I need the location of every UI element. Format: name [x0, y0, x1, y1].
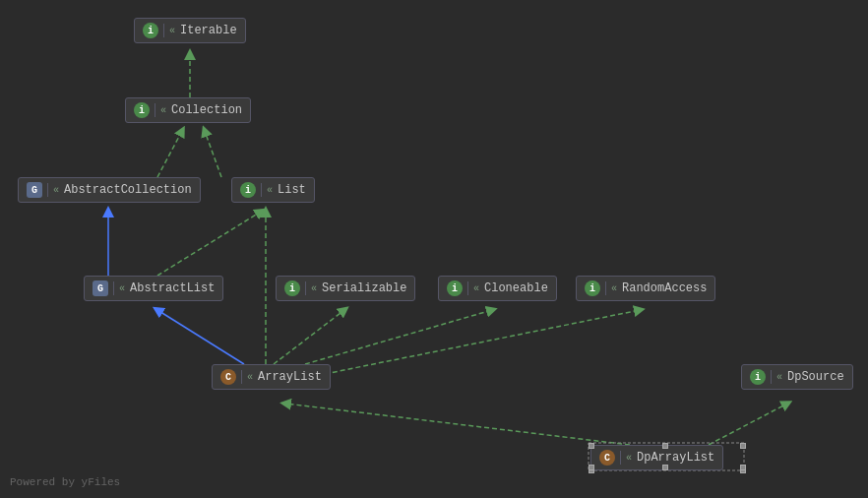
label-collection: Collection: [171, 103, 242, 117]
icon-array-list: C: [220, 369, 236, 385]
sep: [467, 281, 468, 295]
handle-tl: [589, 443, 594, 449]
sep: [155, 103, 155, 117]
svg-line-11: [285, 404, 630, 445]
label-abstract-collection: AbstractCollection: [64, 183, 192, 197]
handle-tr: [740, 443, 746, 449]
label-dp-array-list: DpArrayList: [637, 451, 714, 465]
label-cloneable: Cloneable: [484, 281, 548, 295]
tag-list: «: [267, 185, 273, 196]
icon-abstract-collection: G: [27, 182, 42, 198]
node-serializable[interactable]: i « Serializable: [276, 276, 415, 301]
node-array-list[interactable]: C « ArrayList: [212, 364, 331, 390]
svg-line-7: [157, 310, 244, 364]
svg-line-10: [325, 310, 640, 374]
handle-bc: [662, 465, 668, 470]
tag-cloneable: «: [473, 283, 479, 294]
tag-collection: «: [160, 105, 166, 116]
node-list[interactable]: i « List: [231, 177, 315, 203]
node-abstract-list[interactable]: G « AbstractList: [84, 276, 223, 301]
label-abstract-list: AbstractList: [130, 281, 215, 295]
label-dp-source: DpSource: [787, 370, 844, 384]
tag-iterable: «: [169, 26, 175, 36]
icon-iterable: i: [143, 23, 158, 38]
icon-abstract-list: G: [93, 280, 108, 296]
tag-serializable: «: [311, 283, 317, 294]
sep: [47, 183, 48, 197]
handle-bl: [589, 465, 594, 470]
svg-line-9: [305, 310, 492, 364]
sep: [163, 24, 164, 37]
node-iterable[interactable]: i « Iterable: [134, 18, 246, 43]
icon-serializable: i: [284, 280, 300, 296]
sep: [241, 370, 242, 384]
icon-dp-source: i: [750, 369, 766, 385]
svg-line-8: [274, 310, 344, 364]
tag-dp-source: «: [776, 372, 782, 383]
handle-tc: [662, 443, 668, 449]
node-collection[interactable]: i « Collection: [125, 97, 251, 123]
svg-line-6: [157, 212, 261, 276]
tag-abstract-list: «: [119, 283, 125, 294]
icon-random-access: i: [585, 280, 600, 296]
label-list: List: [278, 183, 306, 197]
powered-by: Powered by yFiles: [10, 476, 120, 488]
node-abstract-collection[interactable]: G « AbstractCollection: [18, 177, 201, 203]
icon-dp-array-list: C: [599, 450, 615, 466]
icon-list: i: [240, 182, 256, 198]
handle-br: [740, 465, 746, 470]
sep: [771, 370, 772, 384]
sep: [261, 183, 262, 197]
node-dp-array-list[interactable]: C « DpArrayList: [590, 445, 723, 470]
node-cloneable[interactable]: i « Cloneable: [438, 276, 557, 301]
svg-line-12: [709, 404, 787, 445]
node-random-access[interactable]: i « RandomAccess: [576, 276, 715, 301]
tag-dp-array-list: «: [626, 453, 632, 464]
sep: [113, 281, 114, 295]
svg-line-4: [205, 131, 221, 177]
tag-random-access: «: [611, 283, 617, 294]
icon-cloneable: i: [447, 280, 463, 296]
tag-abstract-collection: «: [53, 185, 59, 196]
diagram-container: i « Iterable i « Collection G « Abstract…: [0, 0, 868, 498]
sep: [305, 281, 306, 295]
icon-collection: i: [134, 102, 150, 118]
tag-array-list: «: [247, 372, 253, 383]
label-random-access: RandomAccess: [622, 281, 707, 295]
sep: [620, 451, 621, 465]
label-serializable: Serializable: [322, 281, 406, 295]
sep: [605, 281, 606, 295]
node-dp-source[interactable]: i « DpSource: [741, 364, 853, 390]
label-array-list: ArrayList: [258, 370, 322, 384]
label-iterable: Iterable: [180, 24, 237, 37]
svg-line-3: [157, 131, 182, 177]
connections-svg: [0, 0, 868, 498]
